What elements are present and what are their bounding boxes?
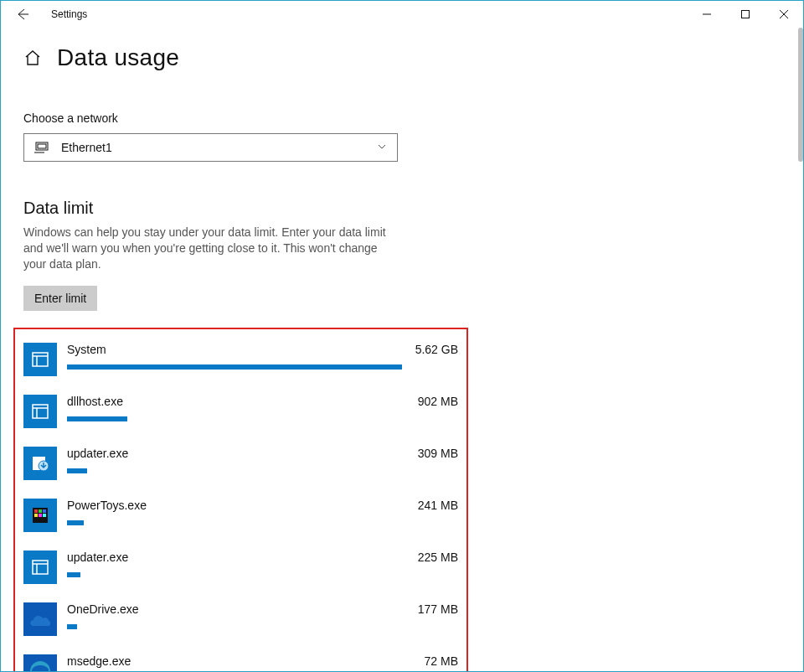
onedrive-icon	[23, 602, 57, 636]
app-row: msedge.exe72 MB	[23, 654, 458, 671]
usage-bar-track	[67, 364, 402, 370]
usage-bar-fill	[67, 572, 80, 577]
svg-rect-7	[33, 353, 48, 366]
app-name: msedge.exe	[67, 654, 131, 668]
window-icon	[23, 395, 57, 428]
page-header: Data usage	[23, 44, 803, 71]
app-name: System	[67, 343, 106, 356]
app-usage-list: System5.62 GBdllhost.exe902 MBupdater.ex…	[13, 328, 468, 671]
window-icon	[23, 551, 57, 584]
svg-rect-17	[39, 509, 42, 513]
app-usage: 241 MB	[418, 499, 458, 512]
app-usage: 72 MB	[425, 654, 458, 668]
svg-rect-20	[39, 514, 42, 517]
data-limit-title: Data limit	[23, 199, 803, 218]
app-name: updater.exe	[67, 447, 128, 460]
minimize-button[interactable]	[688, 1, 726, 28]
app-usage: 5.62 GB	[415, 343, 458, 356]
powertoys-icon	[23, 499, 57, 532]
edge-icon	[23, 654, 57, 671]
app-row: System5.62 GB	[23, 343, 458, 376]
page-title: Data usage	[57, 44, 179, 71]
svg-rect-21	[43, 514, 46, 517]
svg-rect-16	[34, 509, 38, 513]
usage-bar-fill	[67, 468, 87, 473]
app-usage: 902 MB	[418, 395, 458, 408]
usage-bar-track	[67, 468, 402, 473]
usage-bar-fill	[67, 624, 77, 629]
app-row: dllhost.exe902 MB	[23, 395, 458, 428]
app-name: PowerToys.exe	[67, 499, 147, 512]
usage-bar-fill	[67, 520, 84, 525]
app-row: updater.exe309 MB	[23, 447, 458, 480]
settings-window: Settings Data usage Choose a network	[0, 0, 804, 672]
installer-icon	[23, 447, 57, 480]
app-name: dllhost.exe	[67, 395, 123, 408]
svg-rect-10	[33, 405, 48, 418]
window-icon	[23, 343, 57, 376]
window-title: Settings	[51, 8, 87, 20]
app-name: updater.exe	[67, 551, 128, 564]
network-selected: Ethernet1	[61, 141, 112, 154]
usage-bar-track	[67, 624, 402, 629]
svg-rect-22	[33, 561, 48, 574]
chevron-down-icon	[377, 141, 387, 154]
usage-bar-track	[67, 572, 402, 577]
window-controls	[688, 1, 803, 28]
home-icon[interactable]	[23, 49, 42, 67]
app-row: OneDrive.exe177 MB	[23, 602, 458, 636]
app-row: updater.exe225 MB	[23, 551, 458, 584]
svg-rect-5	[38, 144, 46, 148]
usage-bar-track	[67, 520, 402, 525]
maximize-button[interactable]	[726, 1, 765, 28]
usage-bar-fill	[67, 416, 127, 421]
app-row: PowerToys.exe241 MB	[23, 499, 458, 532]
back-button[interactable]	[13, 4, 33, 24]
usage-bar-track	[67, 416, 402, 421]
svg-rect-19	[34, 514, 38, 517]
network-label: Choose a network	[23, 111, 803, 125]
ethernet-icon	[34, 142, 49, 153]
network-select[interactable]: Ethernet1	[23, 133, 398, 162]
svg-rect-18	[43, 509, 46, 513]
enter-limit-button[interactable]: Enter limit	[23, 286, 97, 311]
close-button[interactable]	[765, 1, 803, 28]
data-limit-description: Windows can help you stay under your dat…	[23, 225, 398, 272]
svg-rect-1	[742, 11, 750, 18]
app-name: OneDrive.exe	[67, 602, 139, 616]
app-usage: 225 MB	[418, 551, 458, 564]
content-area: Data usage Choose a network Ethernet1 Da…	[1, 28, 803, 671]
app-usage: 309 MB	[418, 447, 458, 460]
app-usage: 177 MB	[418, 602, 458, 616]
usage-bar-fill	[67, 364, 402, 370]
titlebar: Settings	[1, 1, 803, 28]
